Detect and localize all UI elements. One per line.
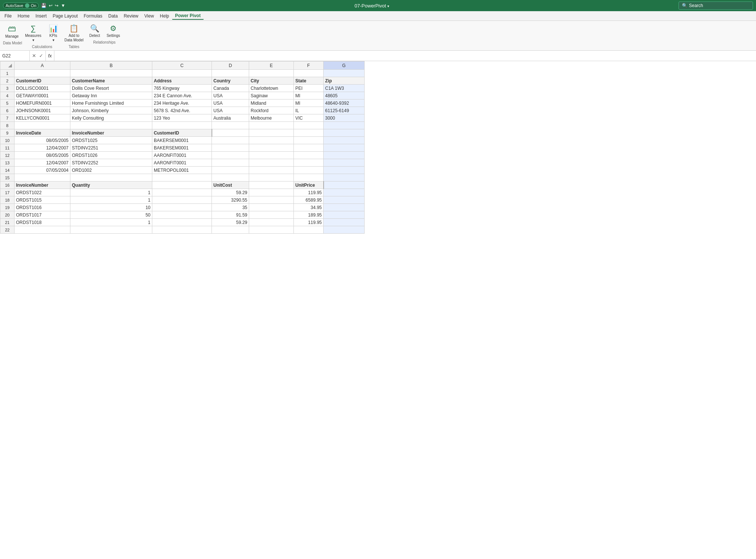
table-cell[interactable]: City <box>249 77 294 85</box>
table-cell[interactable] <box>212 174 249 181</box>
table-cell[interactable] <box>294 137 324 144</box>
table-cell[interactable]: 234 E Cannon Ave. <box>152 92 212 100</box>
table-cell[interactable]: 3290.55 <box>212 196 249 204</box>
redo-icon[interactable]: ↪ <box>55 3 58 8</box>
table-cell[interactable]: 12/04/2007 <box>15 144 70 152</box>
table-cell[interactable]: STDINV2251 <box>70 144 152 152</box>
table-cell[interactable]: 6589.95 <box>294 196 324 204</box>
table-cell[interactable]: Canada <box>212 85 249 92</box>
table-cell[interactable]: 3000 <box>324 114 365 122</box>
table-cell[interactable]: Address <box>152 77 212 85</box>
table-cell[interactable] <box>294 144 324 152</box>
table-cell[interactable]: CustomerID <box>15 77 70 85</box>
table-cell[interactable]: 08/05/2005 <box>15 137 70 144</box>
menu-home[interactable]: Home <box>15 13 32 19</box>
table-cell[interactable]: 50 <box>70 211 152 219</box>
table-cell[interactable]: Saginaw <box>249 92 294 100</box>
table-cell[interactable] <box>324 129 365 137</box>
table-cell[interactable]: STDINV2252 <box>70 159 152 167</box>
table-cell[interactable]: ORDST1018 <box>15 219 70 226</box>
menu-view[interactable]: View <box>142 13 157 19</box>
table-cell[interactable]: Dollis Cove Resort <box>70 85 152 92</box>
table-cell[interactable] <box>70 122 152 129</box>
table-cell[interactable]: PEI <box>294 85 324 92</box>
spreadsheet[interactable]: A B C D E F G 12CustomerIDCustomerNameAd… <box>0 61 756 559</box>
table-cell[interactable]: KELLYCON0001 <box>15 114 70 122</box>
cell-reference[interactable]: G22 <box>0 51 30 61</box>
table-cell[interactable] <box>152 181 212 189</box>
detect-button[interactable]: 🔍 Detect <box>86 22 103 40</box>
table-cell[interactable]: 48640-9392 <box>324 100 365 107</box>
table-cell[interactable]: 189.95 <box>294 211 324 219</box>
col-header-d[interactable]: D <box>212 61 249 70</box>
table-cell[interactable] <box>152 211 212 219</box>
table-cell[interactable]: InvoiceNumber <box>15 181 70 189</box>
table-cell[interactable] <box>324 219 365 226</box>
undo-icon[interactable]: ↩ <box>49 3 53 8</box>
table-cell[interactable]: 234 Heritage Ave. <box>152 100 212 107</box>
corner-cell[interactable] <box>0 61 15 70</box>
table-cell[interactable]: 59.29 <box>212 189 249 196</box>
table-cell[interactable] <box>324 159 365 167</box>
table-cell[interactable] <box>212 129 249 137</box>
table-cell[interactable]: ORDST1026 <box>70 152 152 159</box>
table-row[interactable]: 19ORDST1016103534.95 <box>0 204 365 211</box>
col-header-a[interactable]: A <box>15 61 70 70</box>
save-icon[interactable]: 💾 <box>41 3 47 8</box>
table-cell[interactable] <box>249 144 294 152</box>
table-cell[interactable]: Charlottetown <box>249 85 294 92</box>
menu-page-layout[interactable]: Page Layout <box>50 13 80 19</box>
col-header-c[interactable]: C <box>152 61 212 70</box>
table-cell[interactable] <box>249 219 294 226</box>
table-cell[interactable]: ORDST1015 <box>15 196 70 204</box>
kpis-button[interactable]: 📊 KPIs▾ <box>45 22 61 44</box>
add-to-data-model-button[interactable]: 📋 Add toData Model <box>62 22 86 44</box>
table-cell[interactable]: IL <box>294 107 324 114</box>
table-cell[interactable] <box>249 181 294 189</box>
table-cell[interactable]: USA <box>212 100 249 107</box>
table-cell[interactable]: CustomerID <box>152 129 212 137</box>
table-cell[interactable] <box>212 152 249 159</box>
table-cell[interactable] <box>212 144 249 152</box>
table-cell[interactable]: 1 <box>70 189 152 196</box>
table-cell[interactable]: 10 <box>70 204 152 211</box>
table-row[interactable]: 1407/05/2004ORD1002METROPOL0001 <box>0 167 365 174</box>
table-cell[interactable]: Getaway Inn <box>70 92 152 100</box>
table-cell[interactable] <box>294 70 324 77</box>
table-cell[interactable]: JOHNSONK0001 <box>15 107 70 114</box>
table-cell[interactable] <box>152 189 212 196</box>
table-cell[interactable] <box>294 122 324 129</box>
table-cell[interactable] <box>249 196 294 204</box>
table-cell[interactable]: Australia <box>212 114 249 122</box>
table-row[interactable]: 1312/04/2007STDINV2252AARONFIT0001 <box>0 159 365 167</box>
table-cell[interactable]: 1 <box>70 219 152 226</box>
menu-formulas[interactable]: Formulas <box>81 13 105 19</box>
table-row[interactable]: 9InvoiceDateInvoiceNumberCustomerID <box>0 129 365 137</box>
table-cell[interactable] <box>15 174 70 181</box>
table-cell[interactable] <box>212 70 249 77</box>
table-cell[interactable]: ORDST1022 <box>15 189 70 196</box>
menu-help[interactable]: Help <box>157 13 172 19</box>
table-cell[interactable]: MI <box>294 92 324 100</box>
table-cell[interactable] <box>249 174 294 181</box>
table-cell[interactable] <box>249 226 294 234</box>
table-cell[interactable] <box>294 129 324 137</box>
manage-button[interactable]: 🗃 Manage <box>3 22 21 40</box>
table-cell[interactable] <box>324 174 365 181</box>
table-cell[interactable]: C1A 1W3 <box>324 85 365 92</box>
table-row[interactable]: 5HOMEFURN0001Home Furnishings Limited234… <box>0 100 365 107</box>
table-cell[interactable]: UnitCost <box>212 181 249 189</box>
table-cell[interactable] <box>294 167 324 174</box>
table-cell[interactable] <box>249 204 294 211</box>
table-cell[interactable]: 765 Kingway <box>152 85 212 92</box>
table-cell[interactable] <box>152 122 212 129</box>
table-cell[interactable] <box>294 152 324 159</box>
table-cell[interactable]: 1 <box>70 196 152 204</box>
table-cell[interactable]: UnitPrice <box>294 181 324 189</box>
table-cell[interactable] <box>152 70 212 77</box>
menu-insert[interactable]: Insert <box>32 13 50 19</box>
table-cell[interactable]: InvoiceNumber <box>70 129 152 137</box>
table-cell[interactable]: DOLLISCO0001 <box>15 85 70 92</box>
table-cell[interactable]: InvoiceDate <box>15 129 70 137</box>
table-cell[interactable]: Country <box>212 77 249 85</box>
